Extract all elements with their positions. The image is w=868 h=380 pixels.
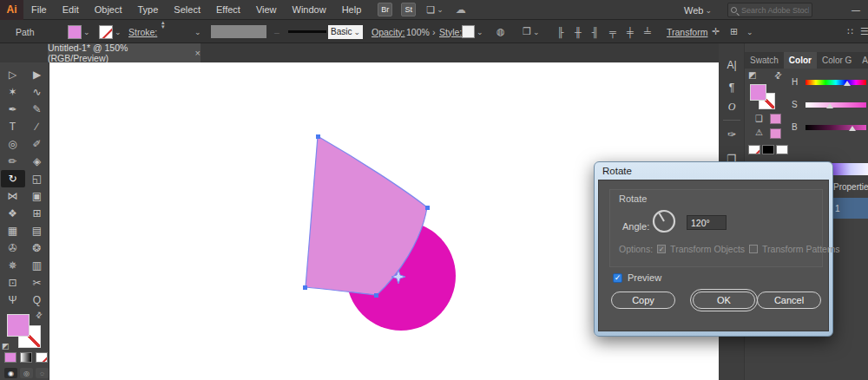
style-swatch[interactable] bbox=[462, 25, 475, 38]
panel-menu-icon[interactable]: ☰ bbox=[860, 20, 868, 43]
draw-behind-mode[interactable]: ◎ bbox=[20, 368, 33, 378]
document-tab[interactable]: Untitled-1* @ 150% (RGB/Preview) × bbox=[48, 43, 201, 62]
stock-search[interactable] bbox=[727, 3, 812, 17]
search-input[interactable] bbox=[740, 5, 811, 16]
tab-color[interactable]: Color bbox=[784, 52, 817, 69]
brightness-handle[interactable] bbox=[849, 126, 856, 131]
transform-link[interactable]: Transform bbox=[667, 20, 707, 43]
saturation-slider[interactable] bbox=[806, 102, 866, 108]
icon-align-left[interactable]: ╟ bbox=[552, 27, 569, 37]
menu-select[interactable]: Select bbox=[166, 4, 208, 15]
tool-magic-wand[interactable]: ✶ bbox=[1, 83, 25, 101]
stepper-down-icon[interactable]: ▾ bbox=[161, 24, 165, 29]
angle-dial-icon[interactable] bbox=[652, 209, 676, 233]
tool-eraser[interactable]: ◈ bbox=[25, 153, 49, 170]
chevron-down-icon[interactable]: ⌄ bbox=[83, 28, 90, 36]
variable-width-profile[interactable] bbox=[211, 25, 266, 38]
tool-paintbrush[interactable]: ✐ bbox=[25, 135, 49, 153]
menu-window[interactable]: Window bbox=[285, 4, 334, 15]
hue-slider[interactable] bbox=[806, 80, 866, 85]
tool-selection[interactable]: ▶ bbox=[25, 66, 49, 83]
tool-slice[interactable]: ✂ bbox=[25, 274, 49, 292]
icon-align-vcenter[interactable]: ╪ bbox=[621, 27, 639, 37]
tool-line-segment[interactable]: ∕ bbox=[25, 118, 49, 135]
stroke-weight-dropdown-icon[interactable]: ⌄ bbox=[194, 20, 201, 43]
swap-fill-stroke-icon[interactable]: ⇄ bbox=[34, 310, 44, 320]
menu-help[interactable]: Help bbox=[334, 4, 370, 15]
menu-view[interactable]: View bbox=[248, 4, 285, 15]
out-of-gamut-cube-icon[interactable]: ❑ bbox=[755, 114, 763, 123]
badge-stock[interactable]: St bbox=[401, 3, 416, 16]
icon-align-bottom[interactable]: ╧ bbox=[639, 27, 656, 37]
tool-rotate[interactable]: ↻ bbox=[1, 170, 25, 187]
out-of-web-warning-icon[interactable]: ⚠ bbox=[755, 128, 763, 137]
draw-normal-mode[interactable]: ◉ bbox=[4, 368, 17, 378]
menu-file[interactable]: File bbox=[23, 4, 55, 15]
opacity-label[interactable]: Opacity: bbox=[372, 20, 405, 43]
brightness-slider[interactable] bbox=[806, 125, 866, 130]
menu-object[interactable]: Object bbox=[87, 4, 130, 15]
menu-edit[interactable]: Edit bbox=[55, 4, 87, 15]
white-swatch[interactable] bbox=[776, 145, 788, 154]
workspace-switcher-icon[interactable]: ❏ bbox=[426, 4, 435, 16]
chevron-down-icon[interactable]: ⌄ bbox=[746, 20, 753, 43]
tool-curvature[interactable]: ✎ bbox=[25, 101, 49, 118]
opacity-more-icon[interactable]: › bbox=[432, 20, 436, 43]
stroke-weight-label[interactable]: Stroke: bbox=[128, 20, 157, 43]
workspace-dropdown[interactable]: Web ⌄ bbox=[684, 0, 712, 20]
ok-button[interactable]: OK bbox=[693, 292, 755, 309]
tool-column-graph[interactable]: ▥ bbox=[25, 257, 49, 274]
saturation-handle[interactable] bbox=[826, 103, 833, 108]
brush-definition-dropdown[interactable]: Basic ⌄ bbox=[328, 20, 363, 43]
dialog-titlebar[interactable]: Rotate bbox=[595, 162, 832, 180]
arrange-icon[interactable]: ⊞ bbox=[730, 20, 738, 43]
copy-button[interactable]: Copy bbox=[611, 292, 675, 309]
gamut-color-chip[interactable] bbox=[770, 114, 781, 124]
close-icon[interactable]: × bbox=[195, 48, 201, 58]
isolate-selection-icon[interactable]: ✛ bbox=[712, 20, 720, 43]
artboard-list-row[interactable]: 1 bbox=[828, 198, 868, 219]
menu-type[interactable]: Type bbox=[130, 4, 167, 15]
web-color-chip[interactable] bbox=[770, 128, 781, 139]
tool-blend[interactable]: ❂ bbox=[25, 239, 49, 257]
panel-fill-well[interactable] bbox=[750, 84, 766, 101]
paragraph-panel-icon[interactable]: ¶ bbox=[719, 82, 745, 94]
icon-align-right[interactable]: ╢ bbox=[587, 27, 604, 37]
document-setup-control[interactable]: ❒ ⌄ bbox=[523, 20, 539, 43]
black-swatch[interactable] bbox=[762, 145, 774, 154]
tool-eyedropper[interactable]: ✇ bbox=[1, 239, 25, 257]
transform-patterns-checkbox[interactable] bbox=[749, 245, 758, 253]
tool-type[interactable]: T bbox=[1, 118, 25, 135]
character-panel-icon[interactable]: A| bbox=[719, 59, 745, 71]
tool-symbol-sprayer[interactable]: ✵ bbox=[1, 257, 25, 274]
brushes-panel-icon[interactable]: ✑ bbox=[719, 128, 745, 141]
tab-swatches[interactable]: Swatch bbox=[745, 52, 784, 69]
properties-panel-label[interactable]: Properties bbox=[833, 182, 868, 192]
fill-color-well[interactable] bbox=[7, 314, 30, 337]
brush-preview[interactable] bbox=[288, 20, 326, 43]
cloud-sync-icon[interactable]: ☁ bbox=[456, 3, 466, 16]
tool-mesh[interactable]: ▦ bbox=[1, 222, 25, 239]
none-swatch[interactable] bbox=[748, 145, 760, 154]
badge-bridge[interactable]: Br bbox=[378, 3, 392, 16]
tool-shape-builder[interactable]: ❖ bbox=[1, 205, 25, 222]
panel-grid-icon[interactable]: ∷ bbox=[847, 20, 853, 43]
tool-ellipse[interactable]: ◎ bbox=[1, 135, 25, 153]
icon-align-hcenter[interactable]: ╫ bbox=[569, 27, 587, 37]
tool-shaper[interactable]: ✏ bbox=[1, 153, 25, 170]
none-chip[interactable] bbox=[36, 352, 48, 363]
default-fill-stroke-icon[interactable]: ◩ bbox=[2, 342, 10, 351]
tool-pen[interactable]: ✒ bbox=[1, 101, 25, 118]
swap-colors-icon[interactable]: ⇄ bbox=[772, 69, 784, 82]
transform-objects-checkbox[interactable]: ✓ bbox=[657, 245, 666, 253]
opentype-panel-icon[interactable]: O bbox=[719, 101, 745, 114]
draw-inside-mode[interactable]: ◌ bbox=[36, 368, 49, 378]
tool-direct-selection[interactable]: ▷ bbox=[1, 66, 25, 83]
tool-gradient[interactable]: ▤ bbox=[25, 222, 49, 239]
icon-align-top[interactable]: ╤ bbox=[604, 27, 621, 37]
preferences-globe-icon[interactable]: ◍ bbox=[496, 20, 505, 43]
stroke-swatch[interactable] bbox=[99, 25, 113, 39]
fill-swatch[interactable] bbox=[68, 25, 82, 39]
default-colors-icon[interactable]: ◩ bbox=[748, 70, 756, 80]
angle-input[interactable] bbox=[687, 215, 727, 230]
